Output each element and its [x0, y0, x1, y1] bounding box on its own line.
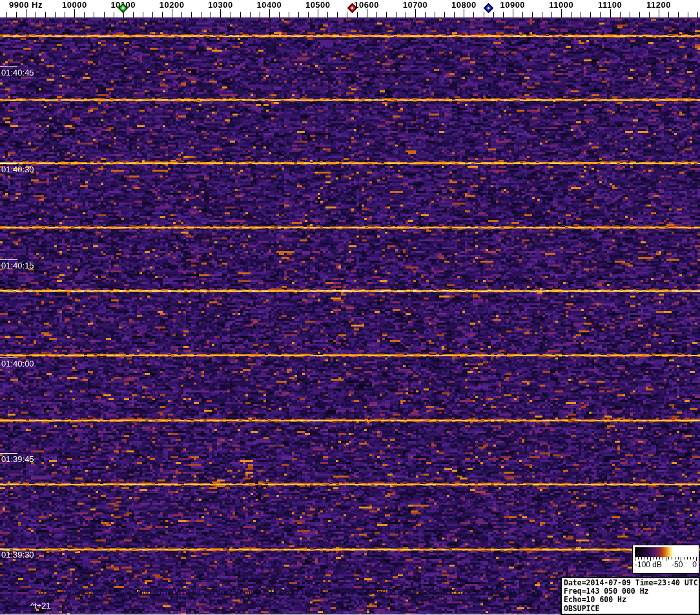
- frequency-ruler: 9900 Hz100001010010200103001040010500106…: [0, 0, 700, 19]
- meteor-echo-spectrogram-app: 9900 Hz100001010010200103001040010500106…: [0, 0, 700, 615]
- freq-label-10500: 10500: [305, 0, 331, 10]
- marker-green-center-dot: [122, 6, 125, 9]
- freq-label-9900: 9900 Hz: [9, 0, 43, 10]
- intensity-legend: -100 dB -50 0: [632, 545, 699, 574]
- freq-label-11200: 11200: [646, 0, 671, 10]
- time-tick: [0, 358, 17, 358]
- time-label: 01:40:15: [1, 261, 34, 270]
- time-tick: [0, 163, 17, 164]
- colorbar-labels: -100 dB -50 0: [633, 561, 699, 569]
- marker-red-center-dot: [351, 6, 353, 9]
- station-info-box: Date=2014-07-09 Time=23:40 UTC Freq=143 …: [561, 577, 700, 615]
- time-tick: [0, 453, 17, 454]
- time-label: 01:39:30: [1, 550, 34, 560]
- cursor-readout: ^t+21: [30, 601, 51, 610]
- info-station: OBSUPICE: [564, 605, 697, 613]
- time-tick: [0, 66, 17, 67]
- freq-label-10200: 10200: [160, 0, 185, 10]
- time-tick: [0, 259, 17, 260]
- time-tick: [0, 549, 17, 549]
- freq-label-10700: 10700: [403, 0, 428, 10]
- time-label: 01:39:45: [1, 454, 34, 464]
- info-echo: Echo=10 600 Hz: [564, 596, 697, 604]
- freq-label-11000: 11000: [549, 0, 573, 10]
- freq-label-10000: 10000: [62, 0, 87, 10]
- time-label: 01:40:45: [1, 68, 34, 77]
- freq-label-10900: 10900: [500, 0, 525, 10]
- freq-label-10400: 10400: [257, 0, 282, 10]
- freq-label-10600: 10600: [354, 0, 379, 10]
- time-label: 01:40:00: [1, 359, 34, 368]
- marker-blue-center-dot: [487, 6, 489, 9]
- legend-max-label: 0: [692, 561, 697, 569]
- legend-mid-label: -50: [672, 561, 683, 569]
- time-label: 01:40:30: [1, 165, 34, 174]
- detection-annotation: 20140709233921964 hCnt27 nb-87 f10613 hi…: [36, 588, 520, 597]
- freq-label-10300: 10300: [208, 0, 233, 10]
- freq-label-11100: 11100: [598, 0, 622, 10]
- colorbar-gradient: [635, 547, 697, 557]
- freq-label-10800: 10800: [451, 0, 477, 10]
- waterfall-spectrogram-canvas[interactable]: [0, 19, 700, 615]
- legend-min-label: -100 dB: [635, 561, 662, 569]
